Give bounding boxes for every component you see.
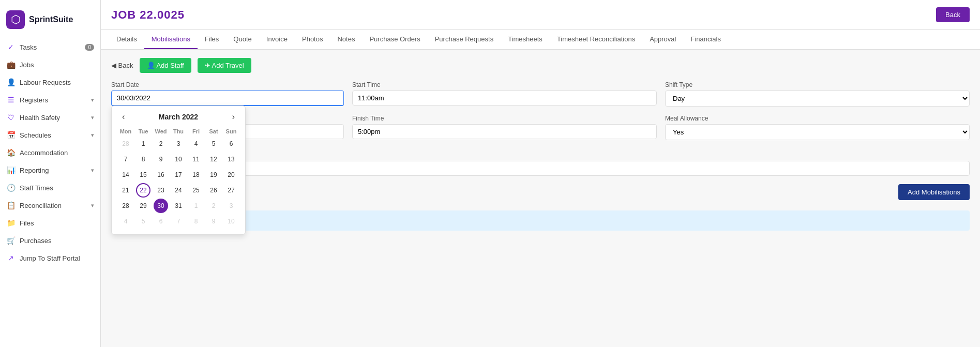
tab-purchase-orders[interactable]: Purchase Orders xyxy=(362,30,427,49)
sidebar-label-jobs: Jobs xyxy=(20,61,34,69)
labour-icon: 👤 xyxy=(6,78,16,86)
cal-cell[interactable]: 4 xyxy=(118,214,133,229)
cal-cell[interactable]: 29 xyxy=(136,199,150,213)
sidebar-item-reconciliation[interactable]: 📋 Reconciliation ▾ xyxy=(0,197,100,214)
cal-cell[interactable]: 5 xyxy=(136,214,150,229)
cal-cell[interactable]: 2 xyxy=(206,199,221,213)
cal-cell[interactable]: 7 xyxy=(171,214,186,229)
add-staff-button[interactable]: 👤 Add Staff xyxy=(140,58,191,73)
cal-cell[interactable]: 16 xyxy=(154,168,168,182)
tab-timesheet-reconciliations[interactable]: Timesheet Reconciliations xyxy=(550,30,642,49)
cal-cell[interactable]: 5 xyxy=(206,137,221,151)
cal-cell[interactable]: 20 xyxy=(224,168,238,182)
main-content: ◀ Back 👤 Add Staff ✈ Add Travel Start Da… xyxy=(101,50,980,347)
sidebar-item-accommodation[interactable]: 🏠 Accommodation xyxy=(0,144,100,161)
sidebar-label-health: Health Safety xyxy=(20,114,60,122)
tab-bar: Details Mobilisations Files Quote Invoic… xyxy=(101,30,980,50)
cal-cell[interactable]: 28 xyxy=(118,137,133,151)
tab-notes[interactable]: Notes xyxy=(330,30,362,49)
add-travel-button[interactable]: ✈ Add Travel xyxy=(198,58,251,73)
cal-cell[interactable]: 31 xyxy=(171,199,186,213)
start-date-input[interactable] xyxy=(111,90,344,106)
cal-cell[interactable]: 19 xyxy=(206,168,221,182)
tab-financials[interactable]: Financials xyxy=(683,30,728,49)
sidebar-item-staff-times[interactable]: 🕐 Staff Times xyxy=(0,179,100,197)
cal-day-thu: Thu xyxy=(170,127,187,136)
cal-cell[interactable]: 3 xyxy=(171,137,186,151)
tab-details[interactable]: Details xyxy=(109,30,144,49)
cal-cell[interactable]: 15 xyxy=(136,168,150,182)
cal-cell[interactable]: 25 xyxy=(189,183,203,198)
cal-cell[interactable]: 11 xyxy=(189,152,203,167)
cal-cell[interactable]: 6 xyxy=(224,137,238,151)
cal-next-button[interactable]: › xyxy=(229,111,238,123)
cal-cell[interactable]: 21 xyxy=(118,183,133,198)
cal-prev-button[interactable]: ‹ xyxy=(119,111,128,123)
tab-timesheets[interactable]: Timesheets xyxy=(501,30,550,49)
sidebar-label-jump: Jump To Staff Portal xyxy=(20,254,80,262)
cal-cell[interactable]: 9 xyxy=(206,214,221,229)
cal-cell[interactable]: 24 xyxy=(171,183,186,198)
back-button[interactable]: Back xyxy=(936,7,970,22)
cal-cell-selected[interactable]: 30 xyxy=(154,199,168,213)
cal-cell[interactable]: 1 xyxy=(136,137,150,151)
sidebar-item-registers[interactable]: ☰ Registers ▾ xyxy=(0,91,100,109)
cal-cell[interactable]: 27 xyxy=(224,183,238,198)
cal-cell[interactable]: 7 xyxy=(118,152,133,167)
cal-cell[interactable]: 6 xyxy=(154,214,168,229)
sidebar-item-reporting[interactable]: 📊 Reporting ▾ xyxy=(0,161,100,179)
cal-cell[interactable]: 28 xyxy=(118,199,133,213)
cal-cell-today[interactable]: 22 xyxy=(136,183,150,198)
sidebar-item-jump-staff[interactable]: ↗ Jump To Staff Portal xyxy=(0,249,100,267)
sidebar-item-files[interactable]: 📁 Files xyxy=(0,214,100,232)
cal-cell[interactable]: 2 xyxy=(154,137,168,151)
add-mobilisations-button[interactable]: Add Mobilisations xyxy=(898,184,970,200)
tab-invoice[interactable]: Invoice xyxy=(259,30,295,49)
finish-time-input[interactable] xyxy=(352,124,657,139)
cal-cell[interactable]: 3 xyxy=(224,199,238,213)
start-time-input[interactable] xyxy=(352,90,657,105)
registers-arrow: ▾ xyxy=(91,97,94,103)
cal-cell[interactable]: 1 xyxy=(189,199,203,213)
sidebar-item-schedules[interactable]: 📅 Schedules ▾ xyxy=(0,126,100,144)
cal-cell[interactable]: 10 xyxy=(224,214,238,229)
sidebar-label-accommodation: Accommodation xyxy=(20,149,68,157)
tab-approval[interactable]: Approval xyxy=(642,30,683,49)
cal-cell[interactable]: 26 xyxy=(206,183,221,198)
start-time-group: Start Time xyxy=(352,81,657,105)
start-date-group: Start Date xyxy=(111,81,344,106)
cal-cell[interactable]: 10 xyxy=(171,152,186,167)
cal-cell[interactable]: 8 xyxy=(136,152,150,167)
tab-purchase-requests[interactable]: Purchase Requests xyxy=(428,30,501,49)
sidebar-item-tasks[interactable]: ✓ Tasks 0 xyxy=(0,38,100,56)
sidebar-item-labour-requests[interactable]: 👤 Labour Requests xyxy=(0,73,100,91)
sidebar-item-health-safety[interactable]: 🛡 Health Safety ▾ xyxy=(0,109,100,126)
tab-photos[interactable]: Photos xyxy=(295,30,330,49)
cal-cell[interactable]: 13 xyxy=(224,152,238,167)
cal-cell[interactable]: 9 xyxy=(154,152,168,167)
content-back-button[interactable]: ◀ Back xyxy=(111,62,133,69)
cal-cell[interactable]: 4 xyxy=(189,137,203,151)
sidebar-item-purchases[interactable]: 🛒 Purchases xyxy=(0,232,100,249)
sidebar-item-jobs[interactable]: 💼 Jobs xyxy=(0,56,100,73)
cal-cell[interactable]: 23 xyxy=(154,183,168,198)
tab-files[interactable]: Files xyxy=(198,30,226,49)
page-title: JOB 22.0025 xyxy=(111,8,185,22)
cal-cell[interactable]: 18 xyxy=(189,168,203,182)
cal-cell[interactable]: 12 xyxy=(206,152,221,167)
health-arrow: ▾ xyxy=(91,114,94,121)
tab-quote[interactable]: Quote xyxy=(226,30,259,49)
staff-input[interactable] xyxy=(182,161,970,176)
files-icon: 📁 xyxy=(6,219,16,227)
tab-mobilisations[interactable]: Mobilisations xyxy=(144,30,198,49)
accommodation-icon: 🏠 xyxy=(6,148,16,157)
cal-day-tue: Tue xyxy=(134,127,152,136)
cal-cell[interactable]: 17 xyxy=(171,168,186,182)
cal-cell[interactable]: 14 xyxy=(118,168,133,182)
cal-cell[interactable]: 8 xyxy=(189,214,203,229)
meal-allowance-select[interactable]: Yes xyxy=(665,124,970,140)
calendar-month-year: March 2022 xyxy=(159,113,198,121)
cal-day-sun: Sun xyxy=(222,127,240,136)
shift-type-select[interactable]: Day xyxy=(665,90,970,107)
finish-time-group: Finish Time xyxy=(352,115,657,139)
